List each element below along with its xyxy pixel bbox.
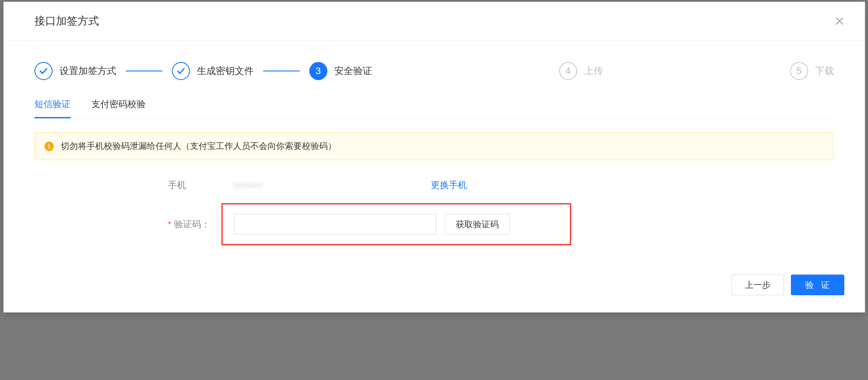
step-5: 5 下载 — [790, 62, 834, 80]
stepper: 设置加签方式 生成密钥文件 3 安全验证 4 上传 5 — [34, 62, 834, 80]
step-4-number: 4 — [559, 62, 577, 80]
code-label-text: 验证码： — [174, 219, 210, 229]
warning-text: 切勿将手机校验码泄漏给任何人（支付宝工作人员不会向你索要校验码） — [61, 140, 336, 152]
code-highlight: 获取验证码 — [221, 203, 571, 245]
modal-body: 设置加签方式 生成密钥文件 3 安全验证 4 上传 5 — [3, 40, 865, 275]
code-row: *验证码： 获取验证码 — [168, 203, 834, 245]
signature-modal: 接口加签方式 设置加签方式 生成密钥文件 3 安全验证 — [3, 2, 865, 312]
modal-header: 接口加签方式 — [3, 2, 865, 40]
check-icon — [34, 62, 53, 80]
phone-label: 手机 — [168, 179, 233, 191]
step-connector — [263, 71, 300, 71]
check-icon — [172, 62, 190, 80]
verify-button[interactable]: 验 证 — [791, 275, 844, 295]
phone-row: 手机 1•••••••• 更换手机 — [168, 179, 834, 191]
step-1: 设置加签方式 — [34, 62, 116, 80]
step-4: 4 上传 — [559, 62, 603, 80]
phone-value: 1•••••••• — [233, 180, 319, 190]
get-code-button[interactable]: 获取验证码 — [445, 214, 510, 235]
modal-footer: 上一步 验 证 — [3, 275, 865, 312]
warning-icon: ! — [44, 142, 54, 151]
step-5-label: 下载 — [815, 65, 834, 77]
step-1-label: 设置加签方式 — [59, 65, 116, 77]
tab-password[interactable]: 支付密码校验 — [91, 98, 146, 118]
verify-form: 手机 1•••••••• 更换手机 *验证码： 获取验证码 — [34, 179, 834, 245]
warning-banner: ! 切勿将手机校验码泄漏给任何人（支付宝工作人员不会向你索要校验码） — [34, 132, 834, 160]
step-3-number: 3 — [309, 62, 327, 80]
prev-button[interactable]: 上一步 — [731, 275, 784, 295]
code-input[interactable] — [234, 214, 436, 235]
verify-tabs: 短信验证 支付密码校验 — [34, 98, 834, 118]
step-3: 3 安全验证 — [309, 62, 372, 80]
step-4-label: 上传 — [584, 65, 603, 77]
step-2: 生成密钥文件 — [172, 62, 254, 80]
step-connector — [126, 71, 162, 71]
modal-title: 接口加签方式 — [34, 14, 99, 28]
tab-sms[interactable]: 短信验证 — [34, 98, 71, 118]
step-3-label: 安全验证 — [334, 65, 372, 77]
step-5-number: 5 — [790, 62, 808, 80]
step-2-label: 生成密钥文件 — [197, 65, 254, 77]
close-icon[interactable] — [835, 16, 844, 26]
change-phone-link[interactable]: 更换手机 — [431, 179, 467, 191]
